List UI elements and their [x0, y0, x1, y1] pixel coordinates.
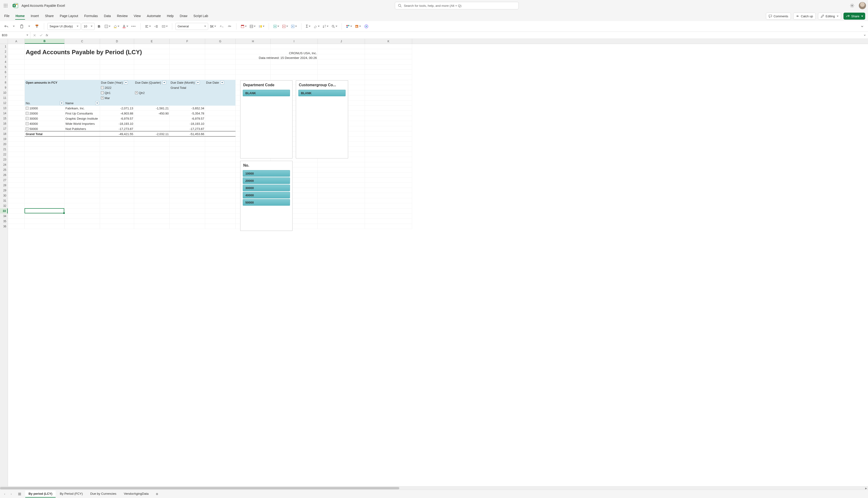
pivot-qtr1[interactable]: −Qtr1: [100, 90, 134, 95]
row-header-18[interactable]: 18: [0, 131, 8, 136]
cond-format-button[interactable]: [240, 23, 248, 30]
col-header-F[interactable]: F: [170, 39, 205, 44]
row-header-2[interactable]: 2: [0, 49, 8, 54]
slicer-department-code[interactable]: Department CodeBLANK: [240, 80, 293, 158]
cells-area[interactable]: Aged Accounts Payable by Period (LCY)CRO…: [8, 44, 868, 486]
row-header-32[interactable]: 32: [0, 203, 8, 208]
collapse-ribbon-button[interactable]: [859, 23, 866, 30]
col-header-A[interactable]: A: [8, 39, 25, 44]
row-header-34[interactable]: 34: [0, 213, 8, 219]
tab-insert[interactable]: Insert: [30, 13, 39, 19]
comments-button[interactable]: Comments: [766, 13, 791, 19]
expand-formula-bar[interactable]: [862, 34, 868, 37]
bold-button[interactable]: B: [96, 23, 103, 30]
slicer-item[interactable]: 40000: [243, 192, 290, 198]
tab-draw[interactable]: Draw: [179, 13, 188, 19]
format-table-button[interactable]: [249, 23, 256, 30]
number-format-select[interactable]: General: [175, 23, 208, 30]
tab-help[interactable]: Help: [166, 13, 174, 19]
accept-formula-button[interactable]: [38, 32, 44, 38]
horizontal-scrollbar[interactable]: ◄ ►: [0, 486, 868, 489]
pivot-qtr2[interactable]: +Qtr2: [134, 90, 170, 95]
row-header-6[interactable]: 6: [0, 70, 8, 75]
tab-file[interactable]: File: [4, 13, 10, 19]
row-header-30[interactable]: 30: [0, 193, 8, 198]
pivot-col-duedate-label[interactable]: Due Date: [205, 80, 236, 85]
tab-share[interactable]: Share: [44, 13, 54, 19]
editing-mode-button[interactable]: Editing: [818, 13, 841, 19]
font-family-select[interactable]: Segoe UI (Body): [48, 23, 81, 30]
sheet-nav-prev[interactable]: ‹: [2, 491, 8, 497]
pivot-row-hdr-no[interactable]: No.: [25, 101, 65, 106]
row-header-5[interactable]: 5: [0, 65, 8, 70]
delete-cells-button[interactable]: [281, 23, 289, 30]
clear-button[interactable]: [312, 23, 321, 30]
slicer-item[interactable]: 50000: [243, 199, 290, 206]
wrap-merge-button[interactable]: [161, 23, 169, 30]
col-header-G[interactable]: G: [205, 39, 236, 44]
slicer-item[interactable]: BLANK: [298, 90, 346, 96]
scroll-thumb[interactable]: [0, 487, 399, 489]
addins-button[interactable]: [345, 23, 353, 30]
row-header-9[interactable]: 9: [0, 85, 8, 90]
tab-view[interactable]: View: [133, 13, 141, 19]
row-header-4[interactable]: 4: [0, 60, 8, 65]
copilot-button[interactable]: [363, 23, 370, 30]
row-header-11[interactable]: 11: [0, 95, 8, 101]
sheet-tab-due-by-currencies[interactable]: Due by Currencies: [87, 490, 120, 498]
row-header-14[interactable]: 14: [0, 111, 8, 116]
row-headers[interactable]: 1234567891011121314151617181920212223242…: [0, 44, 8, 486]
document-name[interactable]: Aged Accounts Payable Excel: [22, 4, 65, 8]
cell-styles-button[interactable]: [257, 23, 265, 30]
row-header-3[interactable]: 3: [0, 54, 8, 60]
format-painter-button[interactable]: [34, 23, 41, 30]
row-header-12[interactable]: 12: [0, 101, 8, 106]
pivot-row-hdr-name[interactable]: Name: [65, 101, 100, 106]
sheet-nav-next[interactable]: ›: [9, 491, 14, 497]
add-sheet-button[interactable]: [154, 491, 160, 497]
col-header-H[interactable]: H: [236, 39, 270, 44]
insert-cells-button[interactable]: [272, 23, 280, 30]
col-header-K[interactable]: K: [365, 39, 412, 44]
row-header-23[interactable]: 23: [0, 157, 8, 162]
format-cells-button[interactable]: [290, 23, 298, 30]
row-header-36[interactable]: 36: [0, 224, 8, 229]
row-header-10[interactable]: 10: [0, 90, 8, 95]
slicer-item[interactable]: 30000: [243, 185, 290, 191]
slicer-item[interactable]: 10000: [243, 170, 290, 177]
row-header-1[interactable]: 1: [0, 44, 8, 49]
font-size-select[interactable]: 10: [82, 23, 95, 30]
paste-menu[interactable]: [26, 23, 33, 30]
sort-filter-button[interactable]: [321, 23, 330, 30]
row-header-35[interactable]: 35: [0, 219, 8, 224]
row-header-25[interactable]: 25: [0, 167, 8, 172]
sheet-tab-by-period-lcy[interactable]: By period (LCY): [25, 490, 56, 498]
row-header-16[interactable]: 16: [0, 121, 8, 126]
slicer-no[interactable]: No.1000020000300004000050000: [240, 161, 293, 231]
row-header-21[interactable]: 21: [0, 147, 8, 152]
name-box[interactable]: B33: [0, 32, 30, 39]
col-header-B[interactable]: B: [25, 39, 65, 44]
pivot-row-no[interactable]: −10000: [25, 106, 65, 111]
row-header-19[interactable]: 19: [0, 136, 8, 142]
col-header-E[interactable]: E: [134, 39, 170, 44]
settings-button[interactable]: [849, 2, 856, 9]
tab-home[interactable]: Home: [15, 13, 25, 19]
cancel-formula-button[interactable]: [32, 32, 37, 38]
col-header-C[interactable]: C: [65, 39, 100, 44]
row-header-8[interactable]: 8: [0, 80, 8, 85]
tab-script-lab[interactable]: Script Lab: [193, 13, 209, 19]
accounting-format-button[interactable]: $€: [209, 23, 217, 30]
sheet-tab-by-period-fcy[interactable]: By Period (FCY): [56, 490, 86, 498]
tab-automate[interactable]: Automate: [146, 13, 161, 19]
slicer-item[interactable]: 20000: [243, 178, 290, 184]
slicer-customergroup-code[interactable]: Customergroup Co...BLANK: [296, 80, 348, 158]
undo-menu[interactable]: [10, 23, 17, 30]
sheet-tab-vendor-aging-data[interactable]: VendorAgingData: [121, 490, 152, 498]
tab-data[interactable]: Data: [104, 13, 111, 19]
indent-button[interactable]: [153, 23, 160, 30]
pivot-row-no[interactable]: −20000: [25, 111, 65, 116]
column-headers[interactable]: ABCDEFGHIJK: [0, 39, 868, 44]
pivot-col-month-label[interactable]: Due Date (Month): [170, 80, 205, 85]
search-box[interactable]: Search for tools, help, and more (Alt + …: [395, 2, 519, 9]
